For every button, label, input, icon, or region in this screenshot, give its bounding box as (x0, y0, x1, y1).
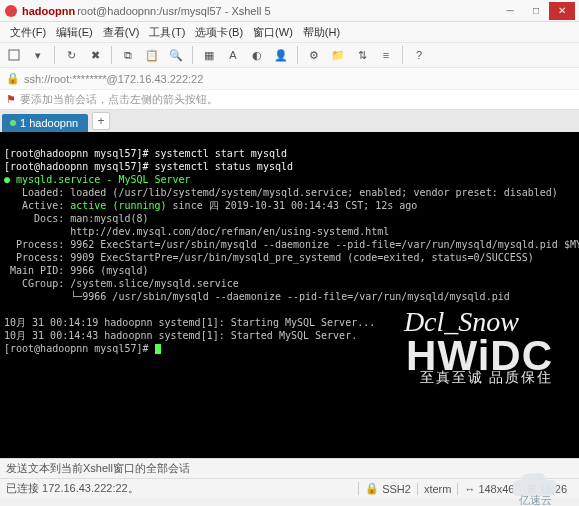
search-icon[interactable]: 🔍 (166, 45, 186, 65)
watermark-signature: Dcl_Snow (404, 315, 519, 328)
menu-file[interactable]: 文件(F) (6, 25, 50, 40)
copy-icon[interactable]: ⧉ (118, 45, 138, 65)
pos-icon: ⊞ (527, 482, 536, 495)
menu-view[interactable]: 查看(V) (99, 25, 144, 40)
send-text-label: 发送文本到当前Xshell窗口的全部会话 (6, 462, 190, 474)
paste-icon[interactable]: 📋 (142, 45, 162, 65)
user-icon[interactable]: 👤 (271, 45, 291, 65)
title-bar: hadoopnn root@hadoopnn:/usr/mysql57 - Xs… (0, 0, 579, 22)
app-icon (4, 4, 18, 18)
term-line: Active: active (running) since 四 2019-10… (4, 200, 417, 211)
term-line: Process: 9909 ExecStartPre=/usr/bin/mysq… (4, 252, 534, 263)
flag-icon: ⚑ (6, 93, 16, 106)
term-line: [root@hadoopnn mysql57]# systemctl start… (4, 148, 287, 159)
status-term: xterm (417, 483, 458, 495)
menu-help[interactable]: 帮助(H) (299, 25, 344, 40)
svg-rect-1 (9, 50, 19, 60)
dropdown-icon[interactable]: ▾ (28, 45, 48, 65)
term-line: Main PID: 9966 (mysqld) (4, 265, 149, 276)
maximize-button[interactable]: □ (523, 2, 549, 20)
term-line: http://dev.mysql.com/doc/refman/en/using… (4, 226, 389, 237)
menu-bar: 文件(F) 编辑(E) 查看(V) 工具(T) 选项卡(B) 窗口(W) 帮助(… (0, 22, 579, 42)
reconnect-icon[interactable]: ↻ (61, 45, 81, 65)
term-line: Docs: man:mysqld(8) (4, 213, 149, 224)
separator (297, 46, 298, 64)
lock-icon: 🔒 (365, 482, 379, 495)
watermark-brand: HWiDC (406, 349, 553, 362)
font-icon[interactable]: A (223, 45, 243, 65)
status-size: ↔148x46 (457, 483, 520, 495)
tip-text: 要添加当前会话，点击左侧的箭头按钮。 (20, 92, 218, 107)
separator (192, 46, 193, 64)
active-status: active (running) (70, 200, 166, 211)
separator (402, 46, 403, 64)
separator (54, 46, 55, 64)
tab-label: 1 hadoopnn (20, 117, 78, 129)
separator (111, 46, 112, 64)
term-line: 10月 31 00:14:19 hadoopnn systemd[1]: Sta… (4, 317, 375, 328)
disconnect-icon[interactable]: ✖ (85, 45, 105, 65)
help-icon[interactable]: ? (409, 45, 429, 65)
term-line: └─9966 /usr/sbin/mysqld --daemonize --pi… (4, 291, 510, 302)
status-bar: 已连接 172.16.43.222:22。 🔒SSH2 xterm ↔148x4… (0, 478, 579, 498)
toolbar: ▾ ↻ ✖ ⧉ 📋 🔍 ▦ A ◐ 👤 ⚙ 📁 ⇅ ≡ ? (0, 42, 579, 68)
lock-icon: 🔒 (6, 72, 20, 85)
term-line: ● mysqld.service - MySQL Server (4, 174, 191, 185)
svg-point-0 (5, 5, 17, 17)
new-session-icon[interactable] (4, 45, 24, 65)
props-icon[interactable]: ⚙ (304, 45, 324, 65)
color-icon[interactable]: ◐ (247, 45, 267, 65)
title-host: hadoopnn (22, 5, 75, 17)
watermark-slogan: 至真至诚 品质保住 (420, 371, 554, 384)
minimize-button[interactable]: ─ (497, 2, 523, 20)
tab-bar: 1 hadoopnn + (0, 110, 579, 132)
add-tab-button[interactable]: + (92, 112, 110, 130)
term-line: 10月 31 00:14:43 hadoopnn systemd[1]: Sta… (4, 330, 357, 341)
log-icon[interactable]: ≡ (376, 45, 396, 65)
term-line: Loaded: loaded (/usr/lib/systemd/system/… (4, 187, 558, 198)
address-bar[interactable]: 🔒 ssh://root:********@172.16.43.222:22 (0, 68, 579, 90)
menu-tab[interactable]: 选项卡(B) (191, 25, 247, 40)
title-path: root@hadoopnn:/usr/mysql57 - Xshell 5 (77, 5, 270, 17)
term-line: Process: 9962 ExecStart=/usr/sbin/mysqld… (4, 239, 579, 250)
status-ssh: 🔒SSH2 (358, 482, 417, 495)
address-text: ssh://root:********@172.16.43.222:22 (24, 73, 203, 85)
menu-window[interactable]: 窗口(W) (249, 25, 297, 40)
terminal-output[interactable]: [root@hadoopnn mysql57]# systemctl start… (0, 132, 579, 458)
term-prompt: [root@hadoopnn mysql57]# (4, 343, 161, 354)
status-connection: 已连接 172.16.43.222:22。 (6, 481, 358, 496)
menu-edit[interactable]: 编辑(E) (52, 25, 97, 40)
status-dot-icon (10, 120, 16, 126)
menu-tools[interactable]: 工具(T) (145, 25, 189, 40)
layout-icon[interactable]: ▦ (199, 45, 219, 65)
session-tab[interactable]: 1 hadoopnn (2, 114, 88, 132)
status-pos: ⊞16,26 (520, 482, 573, 495)
window-controls: ─ □ ✕ (497, 2, 575, 20)
term-line: [root@hadoopnn mysql57]# systemctl statu… (4, 161, 293, 172)
close-button[interactable]: ✕ (549, 2, 575, 20)
tip-bar: ⚑ 要添加当前会话，点击左侧的箭头按钮。 (0, 90, 579, 110)
send-text-bar[interactable]: 发送文本到当前Xshell窗口的全部会话 (0, 458, 579, 478)
folder-icon[interactable]: 📁 (328, 45, 348, 65)
term-line: CGroup: /system.slice/mysqld.service (4, 278, 239, 289)
transfer-icon[interactable]: ⇅ (352, 45, 372, 65)
cursor-icon (155, 344, 161, 354)
size-icon: ↔ (464, 483, 475, 495)
